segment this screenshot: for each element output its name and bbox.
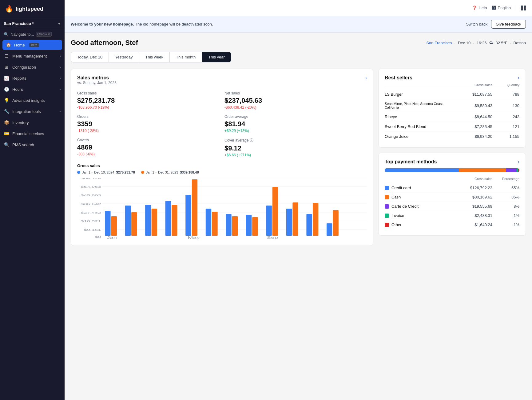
sidebar-item-reports[interactable]: 📈 Reports ›	[0, 73, 65, 84]
language-button[interactable]: 🅰 English	[492, 6, 511, 10]
payment-label: Carte de Crédit	[385, 204, 456, 209]
card-title: Best sellers	[385, 75, 412, 81]
svg-rect-35	[306, 214, 312, 236]
col-quantity: Quantity	[495, 83, 519, 87]
svg-rect-36	[313, 203, 318, 236]
item-gross: $7,285.45	[459, 124, 492, 129]
sidebar-item-configuration[interactable]: ⊞ Configuration ›	[0, 62, 65, 73]
payment-table-header: Gross sales Percentage	[385, 176, 519, 182]
payment-row: Credit card $126,792.23 55%	[385, 183, 519, 193]
sidebar-item-hours[interactable]: 🕐 Hours ›	[0, 84, 65, 95]
logo-area: 🔥 lightspeed	[0, 0, 65, 18]
svg-rect-24	[192, 179, 197, 236]
metric-label: Orders	[77, 114, 220, 119]
help-icon: ❓	[472, 6, 477, 10]
sidebar-item-label: Advanced insights	[12, 98, 45, 103]
weather-icon: 🌤	[489, 41, 493, 45]
svg-rect-32	[272, 187, 278, 236]
sidebar-item-label: Financial services	[12, 131, 44, 136]
hours-icon: 🕐	[4, 87, 9, 92]
svg-rect-26	[212, 212, 217, 236]
metric-change: +$9.29 (+13%)	[224, 129, 367, 133]
banner-message: Welcome to your new homepage. The old ho…	[71, 22, 213, 26]
chevron-right-icon: ›	[60, 54, 61, 58]
location-selector[interactable]: San Francisco * ▼	[0, 18, 65, 29]
sidebar-item-financial-services[interactable]: 💳 Financial services	[0, 128, 65, 139]
chevron-down-icon: ▼	[58, 22, 61, 26]
greeting-bar: Good afternoon, Stef San Francisco · Dec…	[71, 39, 526, 47]
item-name: Orange Juice	[385, 134, 456, 139]
payment-expand-icon[interactable]: ›	[518, 159, 519, 165]
card-title-area: Sales metrics vs. Sunday, Jan 1, 2023	[77, 75, 117, 90]
payment-gross: $80,169.62	[459, 195, 492, 199]
col-name	[385, 83, 456, 87]
metric-value: $81.94	[224, 120, 367, 128]
topbar-actions: ❓ Help 🅰 English	[472, 5, 526, 11]
language-icon: 🅰	[492, 6, 496, 10]
metric-label: Net sales	[224, 91, 367, 95]
insights-icon: 💡	[4, 98, 9, 103]
item-qty: 243	[495, 114, 519, 119]
tab-this-week[interactable]: This week	[139, 52, 170, 62]
app-name: lightspeed	[16, 6, 43, 12]
best-sellers-expand-icon[interactable]: ›	[518, 75, 519, 81]
card-title: Top payment methods	[385, 159, 437, 165]
grid-icon	[521, 6, 526, 10]
svg-rect-17	[125, 206, 131, 236]
payment-gross: $19,555.69	[459, 204, 492, 209]
payment-pct: 8%	[495, 204, 519, 209]
svg-rect-25	[206, 209, 211, 236]
svg-text:$0: $0	[95, 235, 101, 238]
svg-text:$64,124: $64,124	[81, 178, 101, 180]
payment-row: Invoice $2,488.31 1%	[385, 211, 519, 220]
sidebar-item-menu-management[interactable]: ☰ Menu management ›	[0, 50, 65, 62]
tab-this-month[interactable]: This month	[170, 52, 202, 62]
help-button[interactable]: ❓ Help	[472, 6, 487, 10]
switch-back-button[interactable]: Switch back	[466, 22, 487, 26]
apps-button[interactable]	[521, 6, 526, 10]
item-qty: 121	[495, 124, 519, 129]
svg-text:Jan: Jan	[107, 236, 117, 239]
give-feedback-button[interactable]: Give feedback	[491, 20, 526, 29]
svg-rect-31	[266, 206, 272, 236]
sidebar-item-home[interactable]: 🏠 Home Beta	[2, 40, 62, 50]
metric-order-average: Order average $81.94 +$9.29 (+13%)	[224, 114, 367, 133]
greeting-city: Boston	[514, 41, 526, 45]
gross-sales-chart: $64,124 $54,963 $45,803 $36,642 $27,482 …	[77, 178, 367, 239]
svg-rect-37	[327, 223, 332, 236]
metric-value: 4869	[77, 143, 220, 151]
item-qty: 130	[495, 103, 519, 108]
greeting-location[interactable]: San Francisco	[426, 41, 452, 45]
payment-gross: $126,792.23	[459, 186, 492, 190]
color-dot	[385, 204, 389, 209]
tab-today[interactable]: Today, Dec 10	[71, 52, 109, 62]
financial-icon: 💳	[4, 131, 9, 136]
sidebar-item-inventory[interactable]: 📦 Inventory	[0, 117, 65, 128]
banner-rest: The old homepage will be deactivated soo…	[135, 22, 213, 26]
metric-value: $9.12	[224, 144, 367, 152]
card-expand-icon[interactable]: ›	[365, 75, 367, 81]
sidebar-item-pms-search[interactable]: 🔍 PMS search	[0, 139, 65, 150]
sidebar-item-label: Configuration	[12, 65, 36, 70]
navigate-search[interactable]: 🔍 Navigate to... Cmd + K	[0, 29, 65, 39]
sidebar-item-label: Integration tools	[12, 109, 41, 114]
chart-legend: Jan 1 – Dec 10, 2024 $275,231.78 Jan 1 –…	[77, 170, 367, 174]
sidebar-item-advanced-insights[interactable]: 💡 Advanced insights	[0, 95, 65, 106]
location-name: San Francisco *	[4, 21, 34, 26]
legend-label: Jan 1 – Dec 31, 2023	[146, 170, 178, 174]
metric-change: -1310 (-28%)	[77, 129, 220, 133]
sidebar-item-label: Reports	[12, 76, 26, 81]
color-dot	[385, 186, 389, 190]
sidebar-item-integration-tools[interactable]: 🔧 Integration tools ›	[0, 106, 65, 117]
greeting-date: Dec 10	[458, 41, 470, 45]
greeting-meta: San Francisco · Dec 10 · 16:26 🌤 32.5°F …	[426, 41, 526, 45]
payment-pct: 1%	[495, 222, 519, 227]
metric-label: Gross sales	[77, 91, 220, 95]
svg-rect-33	[286, 209, 292, 236]
chevron-right-icon: ›	[60, 88, 61, 91]
tab-yesterday[interactable]: Yesterday	[109, 52, 139, 62]
metric-label: Covers	[77, 138, 220, 142]
legend-value: $275,231.78	[116, 170, 135, 174]
tab-this-year[interactable]: This year	[202, 52, 231, 62]
color-dot	[385, 195, 389, 199]
